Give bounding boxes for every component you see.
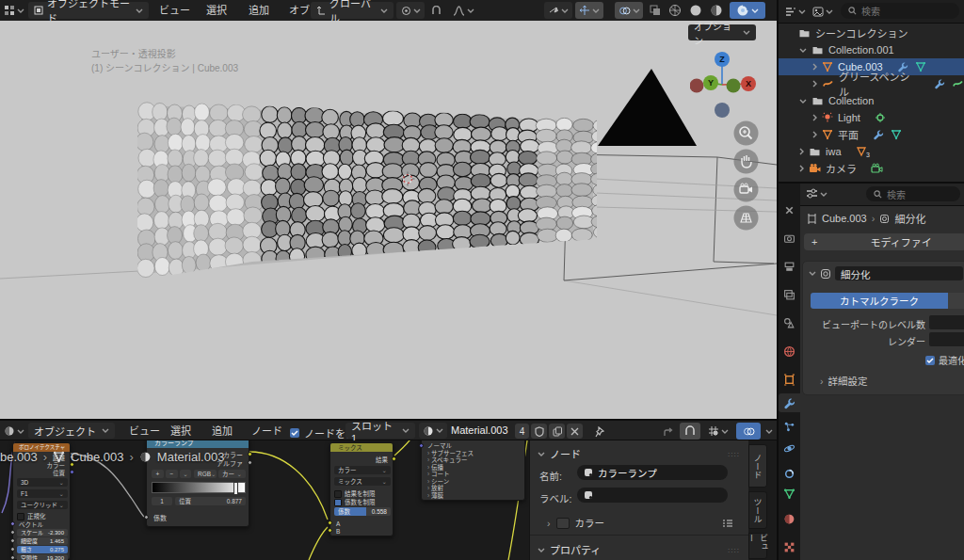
properties-tab-physics[interactable]	[779, 439, 800, 457]
voronoi-texture-node[interactable]: ボロノイテクスチャ 距離 カラー 位置 3D⌄ F1⌄ ユークリッド⌄ 正規化 …	[12, 442, 71, 560]
expand-closed-icon[interactable]	[799, 148, 804, 155]
expand-closed-icon[interactable]	[812, 80, 817, 88]
unlink-material-button[interactable]	[567, 424, 583, 439]
properties-search-input[interactable]: 検索	[866, 186, 960, 201]
ramp-gradient[interactable]	[152, 482, 246, 493]
parent-navigate-button[interactable]	[659, 424, 676, 440]
node-socket[interactable]	[144, 515, 149, 520]
voronoi-slider-3[interactable]: 空隙性19.200	[17, 554, 68, 560]
mix-blend-mode-dropdown[interactable]: ミックス⌄	[334, 477, 391, 486]
outliner-item-label[interactable]: Collection	[828, 95, 874, 106]
modifier-name-field[interactable]: 細分化	[835, 266, 963, 280]
properties-section-header[interactable]: プロパティ ::::	[538, 542, 740, 557]
node-socket[interactable]	[328, 528, 332, 533]
snap-target-button[interactable]	[396, 2, 425, 19]
ramp-interpolation-dropdown[interactable]: カーデ⌄	[218, 470, 246, 478]
properties-tab-render[interactable]	[779, 229, 800, 248]
node-label-field[interactable]	[577, 488, 728, 503]
expand-open-icon[interactable]	[799, 99, 807, 104]
properties-tab-world[interactable]	[779, 342, 800, 360]
material-name-field[interactable]: Material.003	[451, 424, 508, 436]
properties-tab-texture[interactable]	[779, 537, 800, 556]
shader-snap-toggle[interactable]	[680, 423, 700, 440]
color-subpanel-row[interactable]: › カラー	[547, 516, 733, 530]
breadcrumb-object[interactable]: Cube.003	[822, 213, 867, 224]
browse-material-button[interactable]	[419, 423, 447, 439]
color-swatch[interactable]	[556, 518, 570, 529]
menu-select[interactable]: 選択	[198, 0, 235, 21]
new-material-button[interactable]	[549, 424, 565, 439]
camera-view-button[interactable]	[733, 177, 759, 202]
outliner-row-グリースペンシル[interactable]: グリースペンシル	[779, 75, 964, 92]
outliner-search-input[interactable]: 検索	[841, 3, 959, 19]
shading-rendered-button[interactable]	[730, 2, 765, 19]
input-socket[interactable]	[10, 530, 15, 535]
properties-tab-output[interactable]	[779, 257, 800, 276]
options-dropdown[interactable]: オプション	[688, 24, 756, 40]
voronoi-slider-2[interactable]: 粗さ0.275	[17, 546, 68, 553]
color-ramp-node-header[interactable]: カラーランプ	[147, 440, 249, 448]
clamp-factor-checkbox[interactable]	[334, 499, 342, 506]
node-socket[interactable]	[10, 521, 15, 526]
breadcrumb-modifier[interactable]: 細分化	[894, 211, 925, 226]
add-modifier-button[interactable]: + モディファイ	[804, 233, 964, 250]
viewport-3d[interactable]: ユーザー・透視投影 (1) シーンコレクション | Cube.003 オプション…	[0, 21, 777, 419]
ramp-index-field[interactable]: 1	[152, 497, 172, 505]
pin-button[interactable]	[591, 424, 608, 440]
properties-tab-material[interactable]	[779, 509, 800, 528]
properties-tab-constraints[interactable]	[779, 464, 800, 483]
material-users-button[interactable]: 4	[515, 424, 529, 439]
outliner-row-Collection.001[interactable]: Collection.001	[779, 41, 964, 58]
ramp-color-mode-dropdown[interactable]: RGB⌄	[194, 470, 217, 478]
node-socket[interactable]	[248, 452, 252, 456]
normal-socket[interactable]	[419, 443, 424, 448]
show-gizmo-button[interactable]	[544, 2, 572, 19]
ramp-specials-button[interactable]: ⌄	[180, 470, 191, 478]
proportional-editing-button[interactable]	[448, 2, 478, 19]
principled-bsdf-node[interactable]: ノーマル› サブサーフェス› スペキュラー› 伝播› コート› シーン› 放射›…	[421, 440, 525, 501]
shading-wireframe-button[interactable]	[668, 4, 682, 21]
sidebar-tab-2[interactable]: ビュー	[748, 533, 767, 559]
outliner-item-label[interactable]: Light	[838, 112, 860, 123]
panel-grip-icon[interactable]: ::::	[728, 546, 740, 554]
ramp-remove-stop-button[interactable]: −	[166, 470, 178, 478]
properties-tab-scene[interactable]	[779, 313, 800, 332]
mix-clamp-factor-row[interactable]: 係数を制限	[334, 498, 376, 506]
properties-editor-type-button[interactable]	[803, 185, 829, 202]
bsdf-input-7[interactable]: › 薄膜	[427, 492, 443, 500]
clamp-result-checkbox[interactable]	[334, 490, 342, 498]
mix-node-header[interactable]: ミックス	[330, 443, 393, 452]
properties-tab-tool[interactable]	[779, 200, 800, 219]
mix-node[interactable]: ミックス 結果 カラー⌄ ミックス⌄ 結果を制限 係数を制限 係数0.558 A…	[329, 442, 394, 536]
outliner-row-カメラ[interactable]: カメラ	[779, 160, 964, 177]
outliner-item-label[interactable]: iwa	[826, 146, 842, 157]
fake-user-button[interactable]	[531, 424, 547, 439]
node-socket[interactable]	[70, 462, 74, 467]
outliner-item-label[interactable]: カメラ	[826, 161, 857, 176]
use-nodes-checkbox[interactable]	[290, 428, 299, 438]
viewport-levels-field[interactable]	[929, 315, 964, 329]
voronoi-normalize-row[interactable]: 正規化	[17, 512, 46, 520]
editor-type-button[interactable]	[2, 2, 26, 19]
slot-dropdown[interactable]: スロット1	[345, 423, 415, 439]
voronoi-slider-0[interactable]: スケール-2.300	[17, 529, 68, 536]
menu-view[interactable]: ビュー	[151, 0, 199, 21]
catmull-clark-button[interactable]: カトマルクラーク	[811, 293, 948, 309]
outliner-item-label[interactable]: 平面	[838, 127, 859, 142]
node-socket[interactable]	[392, 456, 396, 461]
outliner-row-シーンコレクション[interactable]: シーンコレクション	[779, 24, 964, 41]
zoom-tool-button[interactable]	[733, 120, 759, 146]
shader-header-more-chevron[interactable]	[763, 423, 776, 440]
properties-tab-object[interactable]	[779, 370, 800, 389]
shader-type-dropdown[interactable]: オブジェクト	[28, 423, 115, 439]
perspective-toggle-button[interactable]	[733, 205, 759, 231]
outliner-row-iwa[interactable]: iwa3	[779, 143, 964, 160]
voronoi-slider-1[interactable]: 細密度1.465	[17, 537, 68, 545]
properties-tab-view-layer[interactable]	[779, 285, 800, 304]
shader-grid-snap-button[interactable]	[703, 423, 733, 440]
move-view-button[interactable]	[733, 149, 759, 174]
node-name-field[interactable]: カラーランプ	[577, 465, 728, 480]
expand-closed-icon[interactable]	[812, 63, 817, 71]
input-socket[interactable]	[10, 538, 15, 543]
menu-select[interactable]: 選択	[162, 421, 200, 441]
